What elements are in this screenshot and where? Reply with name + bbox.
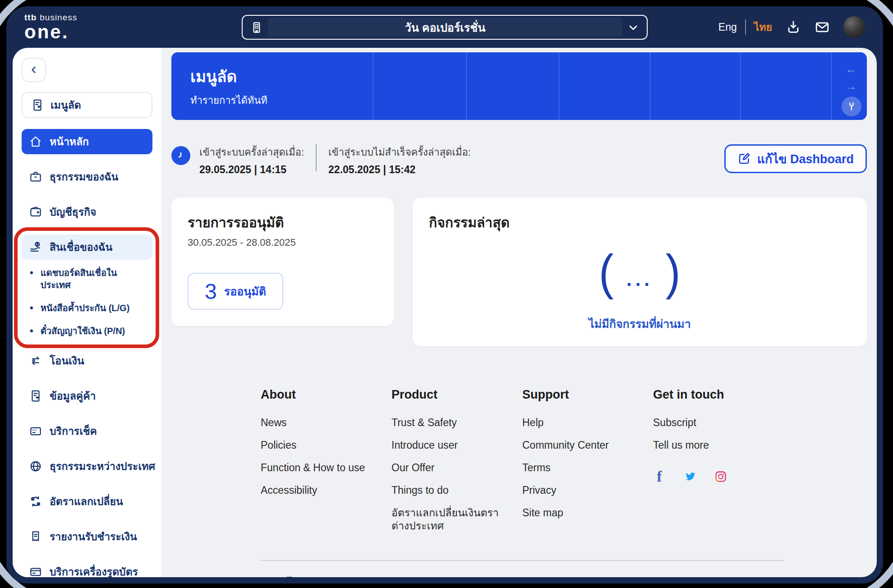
mail-icon[interactable]: [815, 19, 830, 35]
pending-approvals-date-range: 30.05.2025 - 28.08.2025: [188, 237, 377, 248]
sidebar-item-label: หน้าหลัก: [50, 133, 89, 150]
pending-approvals-title: รายการรออนุมัติ: [188, 212, 377, 233]
brand-ttb: ttb: [24, 13, 37, 22]
brand-logo: ttbbusiness one.: [24, 13, 77, 41]
footer-link-foreign-exchange[interactable]: อัตราแลกเปลี่ยนเงินตราต่างประเทศ: [391, 506, 509, 533]
sidebar-item-exchange-rate[interactable]: อัตราแลกเปลี่ยน: [22, 489, 152, 514]
app-body: เมนูลัด หน้าหลัก ธุรกรรมของฉัน: [13, 48, 877, 577]
footer-heading: Get in touch: [653, 388, 784, 402]
banner-scroll-right-arrow[interactable]: →: [845, 80, 857, 92]
banner-slot-divider: [373, 52, 373, 120]
paren-open: (: [599, 247, 614, 297]
receipt-icon: [29, 530, 42, 543]
last-login-label: เข้าสู่ระบบครั้งล่าสุดเมื่อ:: [199, 144, 304, 160]
sidebar-item-international-transactions[interactable]: ธุรกรรมระหว่างประเทศ: [22, 454, 152, 479]
building-icon: [250, 21, 263, 34]
sidebar-item-partner-info[interactable]: ข้อมูลคู่ค้า: [22, 383, 152, 409]
pending-approvals-count-button[interactable]: 3 รออนุมัติ: [188, 273, 283, 310]
sidebar-nav: หน้าหลัก ธุรกรรมของฉัน บัญชีธุรกิจ: [22, 129, 152, 577]
banner-slot-divider: [650, 52, 650, 120]
recent-activity-card: กิจกรรมล่าสุด ( ... ) ไม่มีกิจกรรมที่ผ่า…: [413, 198, 867, 346]
last-login-block: เข้าสู่ระบบครั้งล่าสุดเมื่อ: 29.05.2025 …: [199, 144, 304, 176]
language-switcher: Eng ไทย: [718, 19, 772, 35]
company-selector-value-area: วัน คอเปอร์เรชั่น: [268, 18, 622, 37]
last-login-value: 29.05.2025 | 14:15: [199, 164, 304, 176]
footer-link-terms[interactable]: Terms: [522, 461, 640, 475]
loan-hand-coin-icon: [29, 240, 42, 254]
submenu-item-domestic-loan-dashboard[interactable]: • แดชบอร์ดสินเชื่อในประเทศ: [30, 267, 152, 291]
empty-dots: ...: [626, 269, 653, 290]
instagram-icon[interactable]: [714, 470, 727, 483]
sidebar-item-label: ข้อมูลคู่ค้า: [50, 388, 96, 404]
currency-exchange-icon: [29, 495, 42, 508]
edit-dashboard-label: แก้ไข Dashboard: [757, 149, 854, 169]
footer-link-subscript[interactable]: Subscript: [653, 416, 770, 430]
submenu-item-label: แดชบอร์ดสินเชื่อในประเทศ: [41, 267, 131, 291]
footer-col-support: Support Help Community Center Terms Priv…: [522, 388, 653, 542]
submenu-item-promissory-note[interactable]: • ตั๋วสัญญาใช้เงิน (P/N): [30, 325, 152, 337]
card-machine-icon: [29, 565, 42, 577]
banner-scroll-left-arrow[interactable]: ←: [845, 63, 857, 75]
footer-link-our-offer[interactable]: Our Offer: [391, 461, 509, 475]
footer-link-things-to-do[interactable]: Things to do: [391, 484, 509, 497]
last-failed-login-label: เข้าสู่ระบบไม่สำเร็จครั้งล่าสุดเมื่อ:: [328, 144, 471, 160]
sidebar-item-card-machine-services[interactable]: บริการเครื่องรูดบัตร: [22, 559, 152, 577]
pending-count: 3: [205, 279, 217, 304]
download-icon[interactable]: [786, 19, 801, 35]
footer-link-policies[interactable]: Policies: [261, 439, 378, 452]
brand-one: one.: [24, 23, 77, 41]
sidebar-item-label: บริการเครื่องรูดบัตร: [50, 564, 138, 577]
screenshot-frame: ttbbusiness one. วัน คอเปอร์เรชั่น Eng: [0, 0, 893, 588]
back-chevron-icon: [28, 64, 39, 75]
submenu-item-letter-of-guarantee[interactable]: • หนังสือค้ำประกัน (L/G): [30, 302, 152, 314]
sidebar-item-transfer[interactable]: โอนเงิน: [22, 348, 152, 373]
footer-link-news[interactable]: News: [261, 416, 378, 430]
footer-link-tell-us-more[interactable]: Tell us more: [653, 439, 770, 452]
twitter-icon[interactable]: [684, 470, 696, 483]
empty-parens-icon: ( ... ): [413, 247, 867, 297]
banner-slot-divider: [559, 52, 559, 120]
edit-dashboard-button[interactable]: แก้ไข Dashboard: [724, 144, 867, 173]
company-selector[interactable]: วัน คอเปอร์เรชั่น: [242, 15, 648, 40]
user-avatar[interactable]: [843, 16, 865, 38]
sidebar-item-label: ธุรกรรมของฉัน: [50, 169, 118, 185]
footer-columns: About News Policies Function & How to us…: [261, 388, 784, 542]
sidebar-item-label: บริการเช็ค: [50, 423, 97, 439]
cheque-card-icon: [29, 424, 42, 438]
banner-customize-button[interactable]: [842, 96, 861, 116]
topbar: ttbbusiness one. วัน คอเปอร์เรชั่น Eng: [6, 6, 883, 48]
footer-link-trust-safety[interactable]: Trust & Safety: [391, 416, 509, 430]
footer-bottom: ttb ทีเอ็มบีธนชาต TMBThanachart © สงวนลิ…: [261, 576, 784, 577]
footer-link-privacy[interactable]: Privacy: [522, 484, 640, 497]
brand-business: business: [40, 13, 77, 22]
facebook-icon[interactable]: f: [653, 470, 666, 483]
footer-link-function-how-to-use[interactable]: Function & How to use: [261, 461, 378, 475]
sidebar-collapse-button[interactable]: [22, 58, 46, 82]
footer-link-accessibility[interactable]: Accessibility: [261, 484, 378, 497]
chevron-down-icon: [627, 21, 640, 34]
loan-submenu: • แดชบอร์ดสินเชื่อในประเทศ • หนังสือค้ำป…: [22, 267, 152, 337]
bullet-icon: •: [30, 302, 33, 314]
language-eng[interactable]: Eng: [718, 21, 737, 33]
wallet-icon: [29, 205, 42, 219]
sidebar-item-cheque-services[interactable]: บริการเช็ค: [22, 418, 152, 444]
edit-pencil-icon: [737, 152, 751, 165]
sidebar-item-business-accounts[interactable]: บัญชีธุรกิจ: [22, 199, 152, 225]
document-heart-icon: [31, 98, 44, 112]
sidebar-item-my-loans[interactable]: สินเชื่อของฉัน: [22, 234, 152, 260]
sidebar-item-my-transactions[interactable]: ธุรกรรมของฉัน: [22, 164, 152, 189]
sidebar-item-label: โอนเงิน: [50, 353, 84, 369]
language-thai[interactable]: ไทย: [754, 19, 772, 35]
footer-link-introduce-user[interactable]: Introduce user: [391, 439, 509, 452]
recent-activity-empty-text: ไม่มีกิจกรรมที่ผ่านมา: [413, 315, 867, 333]
footer-link-help[interactable]: Help: [522, 416, 640, 430]
sidebar-shortcut-label: เมนูลัด: [51, 97, 81, 113]
footer-col-product: Product Trust & Safety Introduce user Ou…: [391, 388, 522, 542]
footer-link-community-center[interactable]: Community Center: [522, 439, 640, 452]
sidebar-item-home[interactable]: หน้าหลัก: [22, 129, 152, 154]
footer-link-site-map[interactable]: Site map: [522, 506, 640, 520]
sidebar-shortcut-menu-button[interactable]: เมนูลัด: [22, 92, 152, 118]
language-divider: [745, 19, 746, 35]
company-name: วัน คอเปอร์เรชั่น: [405, 18, 486, 37]
sidebar-item-payment-report[interactable]: รายงานรับชำระเงิน: [22, 524, 152, 549]
